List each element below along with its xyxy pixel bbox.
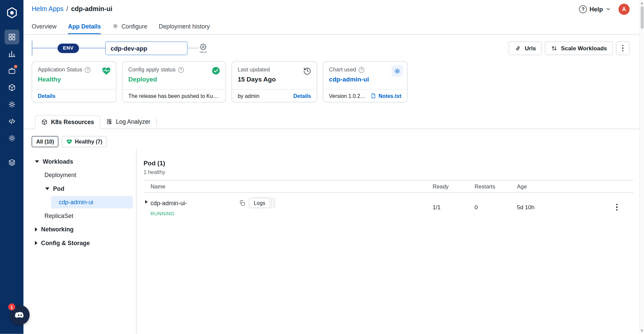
resources-split: Workloads Deployment Pod cdp-admin-ui Re…: [23, 149, 640, 334]
tree-label: Config & Storage: [41, 239, 90, 246]
col-name: Name: [144, 183, 433, 189]
jobs-notification-dot: [14, 65, 17, 68]
caret-right-icon: [35, 241, 37, 245]
sidebar-item-app-groups[interactable]: [4, 47, 19, 61]
pod-table: Name Ready Restarts Age cdp-admin-ui-: [144, 180, 633, 222]
caret-down-icon: [45, 187, 49, 189]
tab-deployment-history[interactable]: Deployment history: [159, 18, 210, 34]
page-tabs: Overview App Details Configure Deploymen…: [23, 18, 640, 35]
application-status-card: Application Status ? Healthy Details: [32, 61, 116, 103]
copy-icon[interactable]: [239, 200, 246, 206]
row-menu-button[interactable]: [614, 202, 619, 212]
breadcrumb-current: cdp-admin-ui: [71, 5, 112, 13]
tree-item-workloads[interactable]: Workloads: [23, 155, 136, 168]
tree-item-networking[interactable]: Networking: [23, 222, 136, 236]
tree-label: Deployment: [44, 172, 76, 178]
filter-healthy[interactable]: Healthy (7): [62, 136, 107, 147]
pod-panel-title: Pod (1): [144, 160, 633, 167]
col-restarts: Restarts: [475, 183, 517, 189]
help-circle-icon[interactable]: ?: [359, 67, 364, 72]
file-icon: [371, 93, 376, 99]
tree-label: ReplicaSet: [44, 212, 73, 219]
pod-ready: 1/1: [433, 204, 475, 211]
tab-app-details[interactable]: App Details: [68, 18, 101, 34]
config-apply-status-card: Config apply status ? Deployed The relea…: [122, 61, 226, 103]
tab-configure[interactable]: Configure: [112, 18, 147, 34]
avatar[interactable]: A: [619, 3, 630, 14]
tree-item-replicaset[interactable]: ReplicaSet: [23, 209, 136, 222]
log-search-icon: [106, 118, 113, 125]
app-name-box[interactable]: cdp-dev-app: [105, 41, 187, 55]
sidebar-item-chart-store[interactable]: [4, 97, 19, 112]
sidebar-item-stack-manager[interactable]: [4, 155, 19, 170]
table-row: cdp-admin-ui- Logs RUNNING 1/1 0: [144, 193, 633, 222]
scale-workloads-label: Scale Workloads: [561, 45, 607, 52]
sidebar-item-global-config[interactable]: [4, 131, 19, 146]
card-title: Config apply status: [128, 67, 176, 73]
sidebar-nav: [4, 30, 19, 170]
details-link[interactable]: Details: [293, 93, 311, 99]
tab-k8s-resources[interactable]: K8s Resources: [35, 115, 100, 129]
notes-link-label: Notes.txt: [378, 93, 401, 99]
help-menu[interactable]: ? Help: [579, 5, 611, 13]
tree-item-deployment[interactable]: Deployment: [23, 168, 136, 181]
tree-item-cdp-admin-ui[interactable]: cdp-admin-ui: [51, 196, 133, 209]
gear-icon: [8, 100, 16, 109]
app-logo[interactable]: [5, 6, 19, 20]
chart-gear-icon: [391, 65, 403, 77]
tab-overview[interactable]: Overview: [32, 18, 56, 34]
tab-log-analyzer[interactable]: Log Analyzer: [100, 115, 156, 129]
chart-used-link[interactable]: cdp-admin-ui: [329, 76, 401, 83]
check-circle-icon: [211, 66, 220, 75]
expand-row-icon[interactable]: [145, 200, 148, 204]
tree-label: Pod: [53, 185, 64, 192]
pod-panel-subtitle: 1 healthy: [144, 169, 633, 175]
card-title: Last updated: [238, 67, 270, 73]
sidebar-item-applications[interactable]: [4, 30, 19, 44]
discord-icon: [14, 310, 25, 321]
apps-grid-icon: [8, 33, 16, 41]
sidebar-item-resource-browser[interactable]: [4, 80, 19, 95]
more-actions-button[interactable]: [616, 41, 630, 55]
sidebar-item-code[interactable]: [4, 114, 19, 129]
notes-link[interactable]: Notes.txt: [371, 93, 401, 99]
tree-item-config-storage[interactable]: Config & Storage: [23, 236, 136, 249]
scrollbar-thumb[interactable]: [641, 6, 644, 29]
sidebar-item-jobs[interactable]: [4, 63, 19, 78]
tree-item-pod[interactable]: Pod: [23, 182, 136, 195]
resource-tree: Workloads Deployment Pod cdp-admin-ui Re…: [23, 149, 137, 334]
tab-divider: [156, 117, 156, 126]
scroll-down-arrow-icon[interactable]: [641, 330, 643, 332]
breadcrumb-helm-apps-link[interactable]: Helm Apps: [32, 5, 63, 13]
chevron-down-icon: [605, 6, 611, 12]
breadcrumb-separator: /: [66, 5, 68, 13]
filter-all[interactable]: All (10): [32, 136, 58, 147]
help-circle-icon[interactable]: ?: [178, 67, 184, 72]
bar-chart-icon: [8, 50, 16, 58]
last-updated-card: Last updated 15 Days Ago by admin Detail…: [231, 61, 317, 103]
help-circle-icon[interactable]: ?: [85, 67, 91, 72]
helm-wheel-icon: HELM: [198, 43, 209, 54]
status-filters: All (10) Healthy (7): [32, 136, 639, 147]
chart-used-card: Chart used ? cdp-admin-ui Version 1.0.28…: [323, 61, 408, 103]
scroll-up-arrow-icon[interactable]: [641, 2, 643, 4]
chat-button[interactable]: 1: [10, 305, 30, 325]
chat-notification-badge: 1: [8, 303, 15, 311]
card-title: Application Status: [38, 67, 83, 73]
tab-configure-label: Configure: [121, 23, 147, 30]
cube-icon: [8, 84, 16, 92]
heart-pulse-icon: [66, 138, 72, 145]
details-link[interactable]: Details: [38, 93, 55, 99]
logo-icon: [6, 7, 18, 19]
table-header: Name Ready Restarts Age: [144, 180, 633, 193]
connector-line: [187, 48, 198, 48]
page-scrollbar[interactable]: [640, 0, 644, 334]
history-icon: [303, 66, 312, 75]
scale-workloads-button[interactable]: Scale Workloads: [545, 41, 613, 55]
logs-button[interactable]: Logs: [249, 198, 270, 208]
pod-name[interactable]: cdp-admin-ui-: [151, 200, 235, 206]
kebab-icon: [622, 45, 624, 51]
pod-restarts: 0: [475, 204, 517, 211]
urls-button[interactable]: Urls: [509, 41, 542, 55]
updated-by: by admin: [238, 93, 260, 99]
